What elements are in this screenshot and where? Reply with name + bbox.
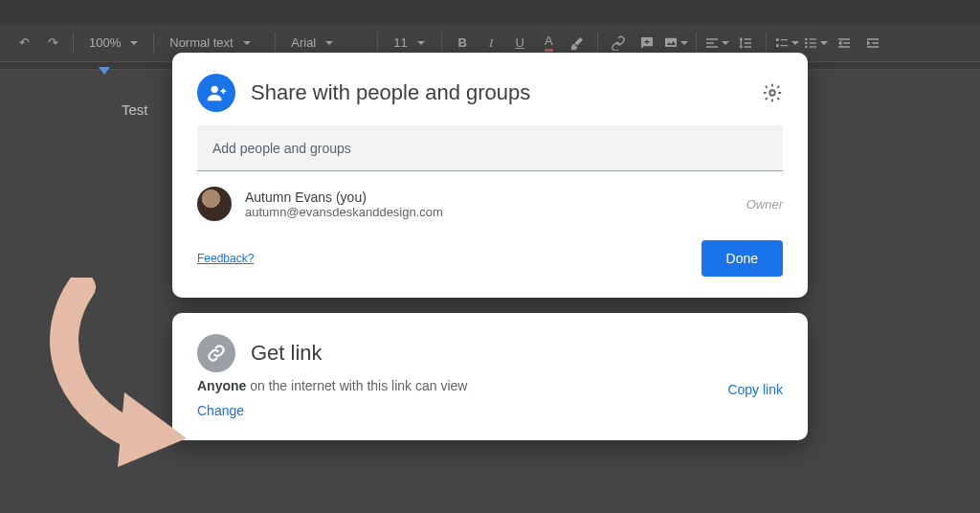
done-button[interactable]: Done [702, 240, 783, 277]
share-dialog-header: Share with people and groups [197, 74, 783, 112]
settings-button[interactable] [762, 82, 783, 103]
add-people-input[interactable] [197, 125, 783, 171]
avatar [197, 187, 232, 221]
get-link-header: Get link [197, 334, 783, 372]
share-dialog-footer: Feedback? Done [197, 240, 783, 277]
link-icon [197, 334, 235, 372]
link-visibility-bold: Anyone [197, 378, 246, 393]
svg-point-5 [769, 90, 775, 96]
link-visibility-rest: on the internet with this link can view [246, 378, 467, 393]
link-visibility-text: Anyone on the internet with this link ca… [197, 378, 467, 393]
share-dialog-title: Share with people and groups [251, 80, 746, 105]
svg-point-4 [212, 86, 218, 93]
change-link-button[interactable]: Change [197, 403, 244, 418]
get-link-title: Get link [251, 341, 783, 366]
get-link-body: Anyone on the internet with this link ca… [197, 378, 783, 419]
dialog-layer: Share with people and groups Autumn Evan… [0, 0, 980, 513]
copy-link-button[interactable]: Copy link [727, 382, 783, 397]
get-link-dialog: Get link Anyone on the internet with thi… [172, 313, 808, 440]
share-dialog: Share with people and groups Autumn Evan… [172, 53, 808, 298]
member-role: Owner [746, 197, 783, 212]
member-email: autumn@evansdeskanddesign.com [245, 205, 733, 219]
member-row: Autumn Evans (you) autumn@evansdeskandde… [197, 171, 783, 229]
person-add-icon [197, 74, 235, 112]
feedback-link[interactable]: Feedback? [197, 252, 254, 265]
member-name: Autumn Evans (you) [245, 190, 733, 205]
